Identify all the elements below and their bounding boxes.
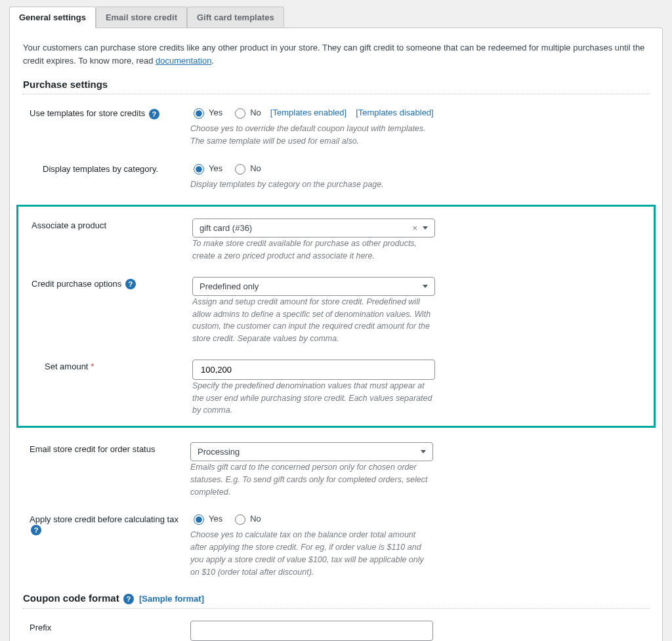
set-amount-input-wrapper (192, 360, 435, 380)
help-icon[interactable]: ? (123, 594, 134, 604)
radio-yes-label: Yes (209, 514, 222, 524)
prefix-input[interactable] (198, 625, 426, 636)
apply-tax-desc: Choose yes to calculate tax on the balan… (190, 529, 433, 578)
clear-icon[interactable]: × (412, 223, 417, 233)
apply-tax-no[interactable] (235, 514, 245, 525)
email-status-label: Email store credit for order status (23, 442, 190, 454)
section-purchase-settings: Purchase settings (23, 79, 649, 94)
set-amount-desc: Specify the predefined denomination valu… (192, 380, 435, 417)
sample-format-link[interactable]: [Sample format] (139, 594, 204, 604)
display-cat-yes[interactable] (194, 164, 204, 175)
section-coupon-format: Coupon code format ? [Sample format] (23, 592, 649, 609)
apply-before-tax-label: Apply store credit before calculating ta… (23, 512, 190, 535)
email-status-value: Processing (198, 447, 240, 457)
tab-email-store-credit[interactable]: Email store credit (96, 7, 187, 28)
highlighted-section: Associate a product gift card (#36) × To… (16, 205, 656, 428)
radio-no-label: No (250, 163, 261, 173)
documentation-link[interactable]: documentation (156, 56, 211, 66)
settings-tabs: General settings Email store credit Gift… (0, 0, 672, 28)
settings-panel: Your customers can purchase store credit… (9, 28, 663, 641)
associate-desc: To make store credit available for purch… (192, 238, 435, 262)
templates-disabled-link[interactable]: [Templates disabled] (356, 108, 434, 117)
intro-part2: . (211, 56, 214, 66)
chevron-down-icon[interactable] (423, 285, 428, 288)
display-by-cat-label: Display templates by category. (23, 162, 190, 174)
set-amount-input[interactable] (200, 364, 428, 375)
radio-no-label: No (250, 514, 261, 524)
use-templates-label: Use templates for store credits ? (23, 106, 190, 119)
tab-general-settings[interactable]: General settings (9, 7, 96, 28)
help-icon[interactable]: ? (149, 109, 159, 119)
credit-options-label: Credit purchase options ? (25, 277, 192, 290)
credit-options-desc: Assign and setup credit amount for store… (192, 296, 435, 345)
associate-product-select[interactable]: gift card (#36) × (192, 218, 435, 238)
radio-no-label: No (250, 108, 261, 117)
prefix-label: Prefix (23, 621, 190, 632)
set-amount-label: Set amount * (25, 360, 192, 371)
display-cat-no[interactable] (235, 164, 245, 175)
email-status-desc: Emails gift card to the concerned person… (190, 461, 433, 498)
email-status-select[interactable]: Processing (190, 442, 433, 461)
associate-product-label: Associate a product (25, 218, 192, 230)
templates-enabled-link[interactable]: [Templates enabled] (270, 108, 346, 117)
chevron-down-icon[interactable] (421, 450, 426, 453)
use-templates-desc: Choose yes to override the default coupo… (190, 123, 433, 148)
chevron-down-icon[interactable] (423, 226, 428, 230)
tab-gift-card-templates[interactable]: Gift card templates (187, 7, 284, 28)
associate-product-value: gift card (#36) (200, 223, 252, 233)
use-templates-no[interactable] (235, 108, 245, 119)
help-icon[interactable]: ? (31, 525, 41, 535)
credit-options-select[interactable]: Predefined only (192, 277, 435, 296)
use-templates-yes[interactable] (194, 108, 204, 119)
radio-yes-label: Yes (209, 108, 222, 117)
intro-part1: Your customers can purchase store credit… (23, 43, 644, 66)
credit-options-value: Predefined only (200, 281, 259, 291)
display-cat-desc: Display templates by category on the pur… (190, 178, 433, 191)
radio-yes-label: Yes (209, 163, 222, 173)
help-icon[interactable]: ? (125, 279, 136, 289)
apply-tax-yes[interactable] (194, 514, 204, 525)
intro-text: Your customers can purchase store credit… (23, 41, 649, 67)
